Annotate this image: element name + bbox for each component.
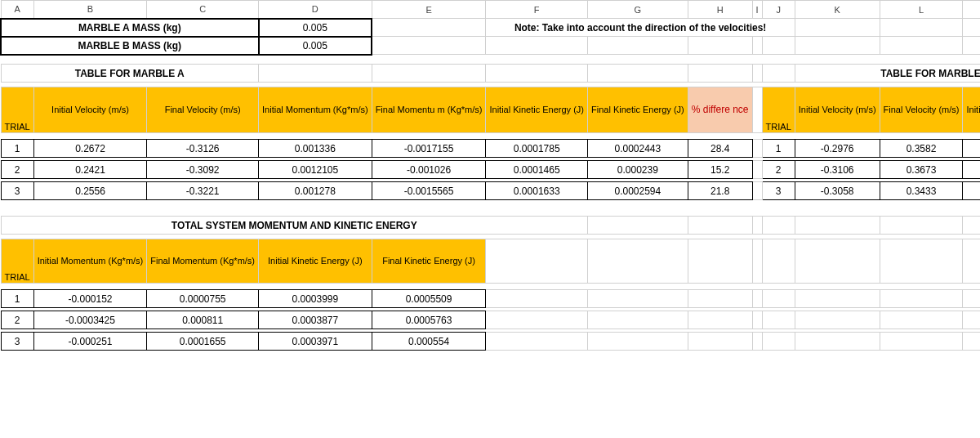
column-headers: A B C D E F G H I J K L M N O P Q R	[1, 1, 980, 19]
table-b-title: TABLE FOR MARBLE B	[795, 65, 980, 83]
system-header-row: TRIAL Initial Momentum (Kg*m/s) Final Mo…	[1, 239, 980, 284]
mass-b-value[interactable]: 0.005	[259, 37, 372, 55]
table-a-title: TABLE FOR MARBLE A	[1, 65, 259, 83]
mass-a-value[interactable]: 0.005	[259, 19, 372, 37]
table-row: 3 -0.000251 0.0001655 0.0003971 0.000554	[1, 333, 980, 351]
table-row: 2 0.2421 -0.3092 0.0012105 -0.001026 0.0…	[1, 161, 980, 179]
mass-a-label: MARBLE A MASS (kg)	[1, 19, 259, 37]
mass-row-b: MARBLE B MASS (kg) 0.005	[1, 37, 980, 55]
spreadsheet-grid[interactable]: A B C D E F G H I J K L M N O P Q R MARB…	[0, 0, 980, 351]
mass-b-label: MARBLE B MASS (kg)	[1, 37, 259, 55]
table-row: 1 -0.000152 0.0000755 0.0003999 0.000550…	[1, 290, 980, 308]
system-title-row: TOTAL SYSTEM MOMENTUM AND KINETIC ENERGY	[1, 217, 980, 235]
mass-row-a: MARBLE A MASS (kg) 0.005 Note: Take into…	[1, 19, 980, 37]
section-titles-row: TABLE FOR MARBLE A TABLE FOR MARBLE B	[1, 65, 980, 83]
system-title: TOTAL SYSTEM MOMENTUM AND KINETIC ENERGY	[1, 217, 588, 235]
note-cell: Note: Take into account the direction of…	[486, 19, 795, 37]
table-row: 3 0.2556 -0.3221 0.001278 -0.0015565 0.0…	[1, 182, 980, 200]
table-headers-row: TRIAL Initial Velocity (m/s) Final Veloc…	[1, 87, 980, 133]
table-row: 1 0.2672 -0.3126 0.001336 -0.0017155 0.0…	[1, 140, 980, 158]
table-row: 2 -0.0003425 0.000811 0.0003877 0.000576…	[1, 311, 980, 329]
